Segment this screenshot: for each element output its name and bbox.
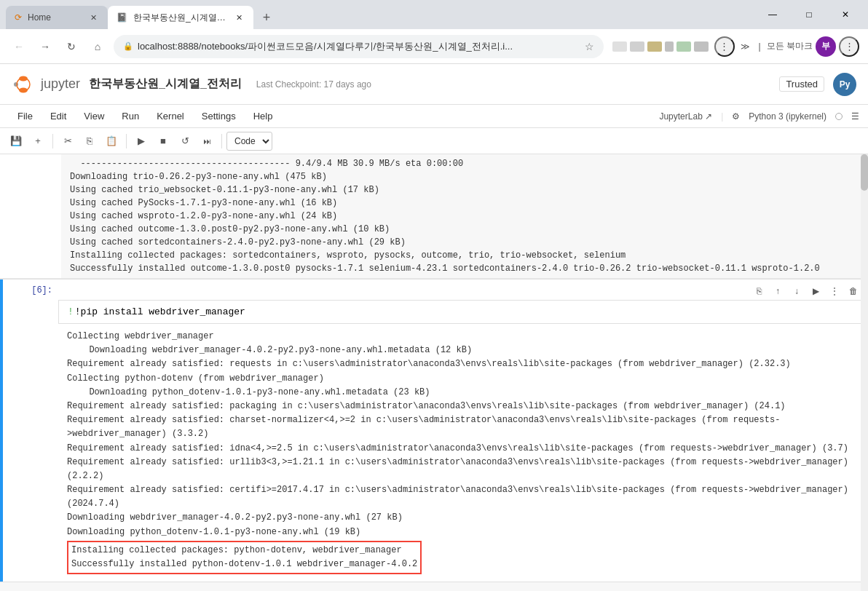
bookmark-favicon-5 xyxy=(676,41,691,52)
back-button[interactable]: ← xyxy=(9,36,29,57)
notebook-title[interactable]: 한국부동산원_시계열_전처리 xyxy=(89,76,242,92)
output-line-8: Requirement already satisfied: urllib3<3… xyxy=(67,456,859,483)
new-tab-button[interactable]: + xyxy=(256,7,277,28)
home-button[interactable]: ⌂ xyxy=(87,36,108,57)
trusted-badge[interactable]: Trusted xyxy=(779,76,824,92)
kernel-indicator xyxy=(835,113,843,120)
menu-run[interactable]: Run xyxy=(113,105,148,128)
cell-toolbar: ⎘ ↑ ↓ ▶ ⋮ 🗑 xyxy=(58,279,868,300)
menu-help[interactable]: Help xyxy=(245,105,282,128)
run-button[interactable]: ▶ xyxy=(131,131,151,151)
prev-output-line-5: Using cached outcome-1.3.0.post0-py2.py3… xyxy=(70,223,859,236)
prev-output-line-7: Installing collected packages: sortedcon… xyxy=(70,249,859,262)
code-input[interactable]: !!pip install webdriver_manager xyxy=(58,300,868,324)
move-up-button[interactable]: ↑ xyxy=(769,282,786,300)
svg-point-2 xyxy=(14,82,18,87)
toolbar-separator-1 xyxy=(52,134,53,148)
python-button[interactable]: Py xyxy=(833,73,856,96)
highlighted-line-1: Successfully installed python-dotenv-1.0… xyxy=(71,558,417,571)
save-button[interactable]: 💾 xyxy=(6,131,26,151)
output-line-4: Downloading python_dotenv-1.0.1-py3-none… xyxy=(67,386,859,400)
delete-cell-button[interactable]: 🗑 xyxy=(845,282,862,300)
copy-cell-button[interactable]: ⎘ xyxy=(750,282,768,300)
settings-button[interactable]: ⋮ xyxy=(839,36,859,57)
cut-button[interactable]: ✂ xyxy=(58,131,78,151)
menu-kernel[interactable]: Kernel xyxy=(148,105,193,128)
kernel-name: Python 3 (ipykernel) xyxy=(749,111,826,122)
scrollbar-thumb[interactable] xyxy=(861,154,868,191)
tab-home-icon: ⟳ xyxy=(15,12,22,23)
highlighted-output-box: Installing collected packages: python-do… xyxy=(67,541,422,574)
more-actions-button[interactable]: ⋮ xyxy=(826,282,843,300)
window-controls: — □ ✕ xyxy=(756,3,862,26)
gear-icon[interactable]: ⚙ xyxy=(732,111,740,122)
stop-button[interactable]: ■ xyxy=(153,131,173,151)
paste-button[interactable]: 📋 xyxy=(101,131,122,151)
tab-notebook[interactable]: 📓 한국부동산원_시계열_전처리 ✕ xyxy=(108,6,253,29)
add-cell-button[interactable]: + xyxy=(28,131,48,151)
jupyterlab-link[interactable]: JupyterLab ↗ xyxy=(659,111,712,122)
all-bookmarks-link[interactable]: 모든 북마크 xyxy=(767,40,813,52)
jupyter-wordmark: jupyter xyxy=(41,76,80,92)
menu-file[interactable]: File xyxy=(9,105,42,128)
output-line-5: Requirement already satisfied: packaging… xyxy=(67,400,859,413)
output-line-6: Requirement already satisfied: charset-n… xyxy=(67,413,859,441)
output-line-10: Downloading webdriver_manager-4.0.2-py2.… xyxy=(67,511,859,525)
menu-settings[interactable]: Settings xyxy=(193,105,245,128)
tab-bar: ⟳ Home ✕ 📓 한국부동산원_시계열_전처리 ✕ + xyxy=(6,0,753,29)
menu-view[interactable]: View xyxy=(75,105,113,128)
profile-button[interactable]: 부 xyxy=(816,36,836,57)
cell-prompt: [6]: xyxy=(3,279,58,296)
cell-6-wrapper: [6]: ⎘ ↑ ↓ ▶ ⋮ 🗑 !!pip install webdriver… xyxy=(0,279,868,582)
output-line-1: Downloading webdriver_manager-4.0.2-py2.… xyxy=(67,344,859,357)
output-line-3: Collecting python-dotenv (from webdriver… xyxy=(67,372,859,386)
expand-icon[interactable]: ≫ xyxy=(738,39,753,55)
scrollbar[interactable] xyxy=(861,154,868,591)
maximize-button[interactable]: □ xyxy=(792,3,826,26)
prev-output-line-2: Using cached trio_websocket-0.11.1-py3-n… xyxy=(70,183,859,197)
extensions-button[interactable]: ⋮ xyxy=(714,36,735,57)
restart-run-button[interactable]: ⏭ xyxy=(197,131,217,151)
highlighted-line-0: Installing collected packages: python-do… xyxy=(71,544,417,558)
tab-notebook-close[interactable]: ✕ xyxy=(233,12,245,23)
move-down-button[interactable]: ↓ xyxy=(788,282,805,300)
tab-home-label: Home xyxy=(28,12,82,23)
tab-home[interactable]: ⟳ Home ✕ xyxy=(6,6,108,29)
url-box[interactable]: 🔒 localhost:8888/notebooks/파이썬코드모음/시계열다루… xyxy=(114,35,604,58)
cell-active-indicator xyxy=(0,279,3,582)
code-magic: ! xyxy=(68,306,74,317)
close-button[interactable]: ✕ xyxy=(829,3,862,26)
prev-output-line-0: ----------------------------------------… xyxy=(70,157,859,170)
run-cell-button[interactable]: ▶ xyxy=(807,282,824,300)
refresh-button[interactable]: ↻ xyxy=(61,36,82,57)
address-bar: ← → ↻ ⌂ 🔒 localhost:8888/notebooks/파이썬코드… xyxy=(0,29,868,64)
divider: | xyxy=(759,41,761,52)
tab-notebook-label: 한국부동산원_시계열_전처리 xyxy=(133,12,227,24)
cell-content: ⎘ ↑ ↓ ▶ ⋮ 🗑 !!pip install webdriver_mana… xyxy=(58,279,868,582)
forward-button[interactable]: → xyxy=(35,36,55,57)
cell-output-wrapper: Collecting webdriver_manager Downloading… xyxy=(58,324,868,582)
output-line-11: Downloading python_dotenv-1.0.1-py3-none… xyxy=(67,525,859,539)
tab-home-close[interactable]: ✕ xyxy=(87,12,99,23)
jupyterlab-text: JupyterLab ↗ xyxy=(659,111,712,122)
menu-edit[interactable]: Edit xyxy=(42,105,75,128)
code-text: !pip install webdriver_manager xyxy=(75,306,245,317)
output-line-0: Collecting webdriver_manager xyxy=(67,330,859,344)
jupyter-menu: File Edit View Run Kernel Settings Help … xyxy=(0,105,868,128)
copy-button[interactable]: ⎘ xyxy=(79,131,100,151)
notebook-content: ----------------------------------------… xyxy=(0,154,868,591)
toolbar-separator-3 xyxy=(221,134,222,148)
jupyter-logo-icon xyxy=(12,73,35,96)
restart-button[interactable]: ↺ xyxy=(175,131,195,151)
prev-output-line-3: Using cached PySocks-1.7.1-py3-none-any.… xyxy=(70,197,859,210)
app-container: ⟳ Home ✕ 📓 한국부동산원_시계열_전처리 ✕ + — □ ✕ ← → … xyxy=(0,0,868,591)
toolbar-divider: | xyxy=(721,111,723,122)
menu-icon[interactable]: ☰ xyxy=(851,111,859,122)
jupyter-logo: jupyter xyxy=(12,73,80,96)
browser-titlebar: ⟳ Home ✕ 📓 한국부동산원_시계열_전처리 ✕ + — □ ✕ xyxy=(0,0,868,29)
cell-type-select[interactable]: Code xyxy=(226,132,272,151)
minimize-button[interactable]: — xyxy=(756,3,789,26)
notebook-toolbar: 💾 + ✂ ⎘ 📋 ▶ ■ ↺ ⏭ Code xyxy=(0,128,868,154)
bookmark-star-icon[interactable]: ☆ xyxy=(585,41,594,52)
bookmark-favicon-1 xyxy=(612,41,627,52)
